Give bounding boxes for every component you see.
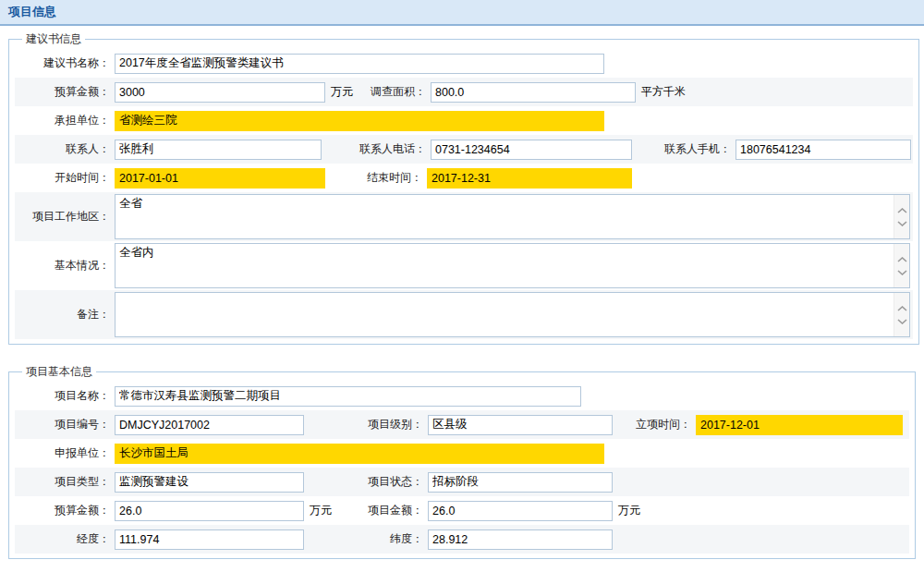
work-region-row: 项目工作地区： 全省 [15,192,913,241]
coords-row: 经度： 纬度： [15,525,909,554]
contact-mobile-label: 联系人手机： [632,141,736,157]
start-date-label: 开始时间： [17,170,115,186]
undertaker-input[interactable] [115,111,604,131]
declare-unit-row: 申报单位： [15,439,909,468]
work-region-label: 项目工作地区： [17,209,115,225]
chevron-up-icon[interactable] [897,208,907,213]
proposal-name-row: 建议书名称： [15,49,913,78]
project-legend: 项目基本信息 [22,364,96,380]
work-region-textarea-frame: 全省 [115,194,910,239]
proposal-budget-input[interactable] [115,82,325,103]
project-type-label: 项目类型： [17,474,115,490]
project-name-input[interactable] [115,386,581,407]
proposal-budget-row: 预算金额： 万元 调查面积： 平方千米 [15,78,913,106]
project-status-input[interactable] [428,472,613,493]
declare-unit-input[interactable] [115,444,604,464]
declare-unit-label: 申报单位： [17,445,115,461]
contact-phone-label: 联系人电话： [322,141,431,157]
chevron-down-icon[interactable] [897,270,907,275]
latitude-label: 纬度： [304,531,428,547]
project-budget-input[interactable] [115,501,304,521]
remark-label: 备注： [17,307,115,323]
basic-info-textarea[interactable]: 全省内 [116,244,894,287]
latitude-input[interactable] [428,529,613,550]
proposal-legend: 建议书信息 [22,31,85,47]
project-name-row: 项目名称： [15,382,909,410]
project-name-label: 项目名称： [17,388,115,404]
project-budget-label: 预算金额： [17,503,115,518]
start-date-input[interactable] [115,168,325,189]
project-fieldset: 项目基本信息 项目名称： 项目编号： 项目级别： 立项时间： 申报单位： 项目类… [8,364,916,559]
survey-area-unit: 平方千米 [636,84,691,100]
survey-area-input[interactable] [431,82,636,103]
contact-mobile-input[interactable] [736,140,911,160]
approve-date-label: 立项时间： [613,417,696,432]
project-type-input[interactable] [115,472,304,493]
project-budget-row: 预算金额： 万元 项目金额： 万元 [15,496,909,525]
remark-scrollbar[interactable] [894,293,909,336]
contact-phone-input[interactable] [431,140,632,160]
basic-info-scrollbar[interactable] [894,244,909,287]
proposal-fieldset: 建议书信息 建议书名称： 预算金额： 万元 调查面积： 平方千米 承担单位： 联… [8,31,919,345]
chevron-down-icon[interactable] [897,319,907,324]
project-status-label: 项目状态： [304,474,428,490]
dates-row: 开始时间： 结束时间： [15,164,913,192]
proposal-name-input[interactable] [115,54,604,74]
basic-info-textarea-frame: 全省内 [115,243,910,288]
contact-input[interactable] [115,140,322,160]
proposal-budget-unit: 万元 [325,84,359,100]
approve-date-input[interactable] [696,415,903,435]
project-amount-label: 项目金额： [337,503,428,518]
undertaker-label: 承担单位： [17,113,115,128]
project-level-label: 项目级别： [304,417,428,432]
project-type-row: 项目类型： 项目状态： [15,468,909,496]
project-code-input[interactable] [115,415,304,435]
end-date-label: 结束时间： [325,170,427,186]
undertaker-row: 承担单位： [15,106,913,135]
basic-info-row: 基本情况： 全省内 [15,241,913,290]
page-title: 项目信息 [8,4,56,20]
remark-row: 备注： [15,290,913,339]
work-region-scrollbar[interactable] [894,195,909,238]
remark-textarea[interactable] [116,293,894,336]
chevron-down-icon[interactable] [897,221,907,226]
form-content: 建议书信息 建议书名称： 预算金额： 万元 调查面积： 平方千米 承担单位： 联… [0,26,924,559]
longitude-label: 经度： [17,531,115,547]
proposal-budget-label: 预算金额： [17,84,115,100]
project-amount-unit: 万元 [613,503,646,518]
survey-area-label: 调查面积： [359,84,431,100]
remark-textarea-frame [115,292,910,337]
basic-info-label: 基本情况： [17,258,115,274]
contact-row: 联系人： 联系人电话： 联系人手机： [15,135,913,164]
project-level-input[interactable] [428,415,613,435]
chevron-up-icon[interactable] [897,257,907,262]
end-date-input[interactable] [427,168,632,189]
longitude-input[interactable] [115,529,304,550]
contact-label: 联系人： [17,141,115,157]
project-code-label: 项目编号： [17,417,115,432]
page-header: 项目信息 [0,0,924,26]
project-budget-unit: 万元 [304,503,337,518]
project-amount-input[interactable] [428,501,613,521]
project-code-row: 项目编号： 项目级别： 立项时间： [15,410,909,439]
work-region-textarea[interactable]: 全省 [116,195,894,238]
proposal-name-label: 建议书名称： [17,55,115,71]
chevron-up-icon[interactable] [897,306,907,311]
